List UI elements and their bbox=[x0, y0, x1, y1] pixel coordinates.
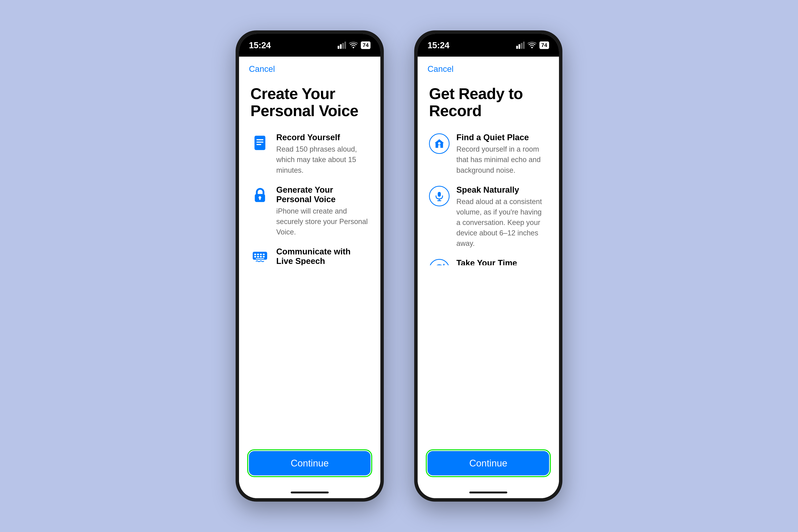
house-icon bbox=[434, 138, 445, 149]
home-bar-1 bbox=[291, 492, 329, 493]
content-area-1: Create Your Personal Voice bbox=[239, 77, 380, 265]
lock-icon bbox=[252, 188, 267, 203]
feature-item-generate: Generate Your Personal Voice iPhone will… bbox=[250, 185, 369, 237]
nav-bar-2: Cancel bbox=[418, 57, 559, 77]
status-icons-2: 74 bbox=[516, 41, 549, 49]
feature-item-communicate: Communicate with Live Speech Type to spe… bbox=[250, 247, 369, 265]
feature-list-1: Record Yourself Read 150 phrases aloud, … bbox=[250, 133, 369, 265]
tip-desc-natural: Read aloud at a consistent volume, as if… bbox=[456, 196, 548, 249]
phone-1: 15:24 bbox=[235, 31, 384, 501]
generate-icon-wrap bbox=[250, 186, 269, 205]
svg-rect-5 bbox=[254, 136, 265, 150]
bottom-area-1: Continue bbox=[239, 445, 380, 487]
clock-icon bbox=[434, 264, 445, 265]
record-icon-wrap bbox=[250, 133, 269, 152]
phone-frame-1: 15:24 bbox=[235, 31, 384, 501]
svg-rect-17 bbox=[254, 256, 256, 258]
communicate-icon-wrap bbox=[250, 248, 269, 265]
svg-rect-8 bbox=[256, 144, 261, 145]
cancel-button-1[interactable]: Cancel bbox=[249, 64, 275, 74]
svg-rect-2 bbox=[342, 43, 344, 49]
continue-button-1[interactable]: Continue bbox=[249, 451, 370, 475]
tips-list: Find a Quiet Place Record yourself in a … bbox=[429, 133, 548, 265]
status-bar-2: 15:24 74 bbox=[418, 34, 559, 57]
tip-title-quiet: Find a Quiet Place bbox=[456, 133, 548, 142]
svg-point-4 bbox=[353, 47, 354, 48]
phone-2: 15:24 74 bbox=[414, 31, 563, 501]
tip-item-time: Take Your Time After you read each phras… bbox=[429, 258, 548, 265]
wifi-icon-2 bbox=[528, 42, 536, 49]
status-bar-1: 15:24 bbox=[239, 34, 380, 57]
svg-rect-22 bbox=[516, 46, 518, 49]
main-title-1: Create Your Personal Voice bbox=[250, 85, 369, 119]
tip-item-quiet: Find a Quiet Place Record yourself in a … bbox=[429, 133, 548, 175]
feature-item-record: Record Yourself Read 150 phrases aloud, … bbox=[250, 133, 369, 175]
svg-rect-11 bbox=[259, 198, 261, 200]
status-icons-1: 74 bbox=[338, 41, 370, 49]
phone-frame-2: 15:24 74 bbox=[414, 31, 563, 501]
svg-rect-6 bbox=[256, 139, 264, 140]
svg-rect-23 bbox=[518, 44, 520, 49]
feature-text-generate: Generate Your Personal Voice iPhone will… bbox=[276, 185, 369, 237]
tip-text-time: Take Your Time After you read each phras… bbox=[456, 258, 548, 265]
clock-icon-wrap bbox=[429, 259, 450, 265]
house-icon-wrap bbox=[429, 133, 450, 154]
mic-icon-wrap bbox=[429, 186, 450, 206]
svg-point-27 bbox=[438, 142, 441, 145]
svg-rect-19 bbox=[260, 256, 262, 258]
feature-text-communicate: Communicate with Live Speech Type to spe… bbox=[276, 247, 369, 265]
svg-rect-13 bbox=[254, 254, 256, 255]
feature-text-record: Record Yourself Read 150 phrases aloud, … bbox=[276, 133, 369, 175]
tip-title-natural: Speak Naturally bbox=[456, 185, 548, 194]
svg-rect-0 bbox=[338, 46, 339, 49]
main-title-2: Get Ready to Record bbox=[429, 85, 548, 119]
feature-desc-record: Read 150 phrases aloud, which may take a… bbox=[276, 144, 369, 175]
svg-rect-3 bbox=[344, 42, 346, 49]
home-indicator-2 bbox=[418, 487, 559, 498]
home-indicator-1 bbox=[239, 487, 380, 498]
content-area-2: Get Ready to Record Find a Q bbox=[418, 77, 559, 265]
tip-text-natural: Speak Naturally Read aloud at a consiste… bbox=[456, 185, 548, 249]
feature-title-communicate: Communicate with Live Speech bbox=[276, 247, 369, 265]
svg-rect-25 bbox=[523, 42, 525, 49]
svg-rect-7 bbox=[256, 142, 264, 143]
tip-desc-quiet: Record yourself in a room that has minim… bbox=[456, 144, 548, 175]
svg-point-26 bbox=[531, 47, 533, 48]
tip-text-quiet: Find a Quiet Place Record yourself in a … bbox=[456, 133, 548, 175]
phone-screen-2: 15:24 74 bbox=[418, 34, 559, 498]
wifi-icon-1 bbox=[349, 42, 358, 49]
svg-rect-20 bbox=[263, 256, 265, 258]
svg-rect-21 bbox=[256, 258, 264, 259]
tip-item-natural: Speak Naturally Read aloud at a consiste… bbox=[429, 185, 548, 249]
status-time-1: 15:24 bbox=[249, 40, 271, 50]
screen-content-1: Cancel Create Your Personal Voice bbox=[239, 57, 380, 498]
status-time-2: 15:24 bbox=[428, 40, 449, 50]
svg-rect-28 bbox=[438, 192, 441, 197]
cancel-button-2[interactable]: Cancel bbox=[428, 64, 454, 74]
mic-icon bbox=[434, 191, 445, 202]
feature-title-generate: Generate Your Personal Voice bbox=[276, 185, 369, 204]
nav-bar-1: Cancel bbox=[239, 57, 380, 77]
feature-desc-generate: iPhone will create and securely store yo… bbox=[276, 206, 369, 237]
svg-rect-1 bbox=[340, 44, 342, 49]
svg-rect-16 bbox=[263, 254, 265, 255]
svg-rect-15 bbox=[260, 254, 262, 255]
tip-title-time: Take Your Time bbox=[456, 258, 548, 265]
document-icon bbox=[252, 135, 267, 151]
svg-rect-14 bbox=[257, 254, 259, 255]
battery-1: 74 bbox=[361, 41, 370, 49]
phone-screen-1: 15:24 bbox=[239, 34, 380, 498]
battery-2: 74 bbox=[539, 41, 549, 49]
svg-rect-24 bbox=[521, 43, 522, 49]
bottom-area-2: Continue bbox=[418, 445, 559, 487]
keyboard-icon bbox=[252, 249, 267, 265]
screen-content-2: Cancel Get Ready to Record bbox=[418, 57, 559, 498]
feature-title-record: Record Yourself bbox=[276, 133, 369, 142]
home-bar-2 bbox=[469, 492, 507, 493]
svg-rect-18 bbox=[257, 256, 259, 258]
signal-icon-2 bbox=[516, 42, 525, 49]
continue-button-2[interactable]: Continue bbox=[428, 451, 549, 475]
signal-icon-1 bbox=[338, 42, 346, 49]
